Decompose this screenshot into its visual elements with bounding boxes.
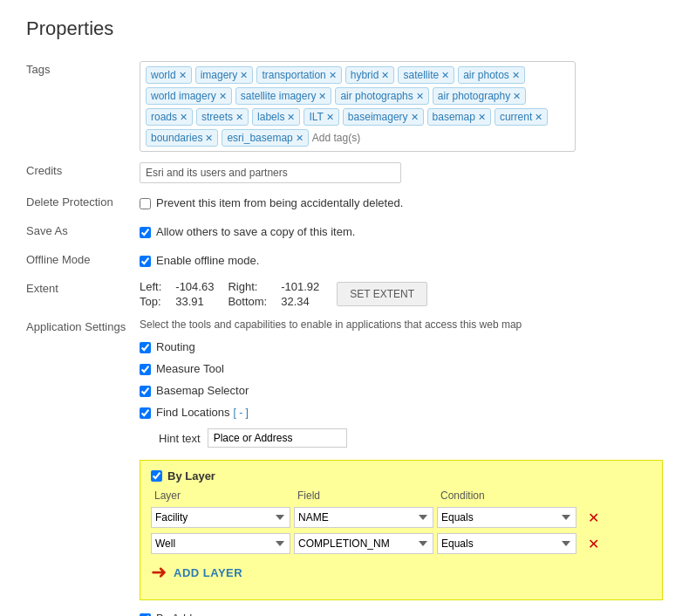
field-select-2[interactable]: COMPLETION_NM: [294, 533, 433, 554]
app-settings-label: Application Settings: [26, 313, 140, 616]
set-extent-button[interactable]: SET EXTENT: [337, 282, 427, 306]
condition-select-1[interactable]: Equals: [437, 507, 576, 528]
app-settings-description: Select the tools and capabilities to ena…: [140, 318, 576, 331]
tag-close-icon[interactable]: ✕: [287, 112, 295, 123]
hint-text-label: Hint text: [159, 432, 201, 445]
extent-values: Left: -104.63 Right: -101.92 Top: 33.91 …: [140, 280, 319, 308]
tag-item: basemap✕: [427, 108, 491, 126]
tag-item: labels✕: [252, 108, 300, 126]
bottom-label: Bottom:: [228, 295, 267, 308]
app-settings-tools: Routing Measure Tool Basemap Selector Fi…: [140, 338, 663, 616]
col-layer: Layer: [154, 489, 294, 502]
routing-checkbox[interactable]: [140, 342, 151, 353]
save-as-label: Save As: [26, 217, 140, 246]
tag-item: transportation✕: [256, 66, 341, 84]
basemap-selector-label: Basemap Selector: [156, 384, 249, 397]
tag-close-icon[interactable]: ✕: [411, 112, 419, 123]
add-layer-arrow-icon: ➜: [151, 561, 167, 584]
tag-close-icon[interactable]: ✕: [512, 70, 520, 81]
tag-item: air photography✕: [433, 87, 526, 105]
hint-text-input[interactable]: [208, 428, 347, 448]
layer-select-1[interactable]: Facility: [151, 507, 290, 528]
top-val: 33.91: [175, 295, 214, 308]
find-locations-brackets[interactable]: [ - ]: [234, 407, 249, 419]
left-label: Left:: [140, 280, 161, 293]
find-locations-label: Find Locations [ - ]: [156, 406, 249, 419]
tag-close-icon[interactable]: ✕: [240, 70, 248, 81]
measure-tool-label: Measure Tool: [156, 362, 224, 375]
tag-close-icon[interactable]: ✕: [326, 112, 334, 123]
tag-close-icon[interactable]: ✕: [478, 112, 486, 123]
add-layer-button[interactable]: ADD LAYER: [174, 566, 242, 579]
measure-tool-checkbox[interactable]: [140, 364, 151, 375]
right-val: -101.92: [281, 280, 319, 293]
routing-row: Routing: [140, 338, 663, 356]
tag-close-icon[interactable]: ✕: [381, 70, 389, 81]
remove-row-2-button[interactable]: ✕: [580, 536, 606, 552]
tag-item: world imagery✕: [146, 87, 232, 105]
tag-close-icon[interactable]: ✕: [329, 70, 337, 81]
tag-item: baseimagery✕: [343, 108, 424, 126]
basemap-selector-checkbox[interactable]: [140, 386, 151, 397]
tag-item: current✕: [495, 108, 548, 126]
by-layer-header: By Layer: [151, 469, 651, 483]
find-locations-row: Find Locations [ - ]: [140, 403, 663, 421]
save-as-row: Allow others to save a copy of this item…: [140, 222, 663, 241]
tag-item: hybrid✕: [345, 66, 395, 84]
tag-close-icon[interactable]: ✕: [416, 91, 424, 102]
credits-label: Credits: [26, 157, 140, 188]
by-address-row: By Address: [140, 609, 663, 616]
layer-row-1: Facility NAME Equals ✕: [151, 507, 651, 528]
offline-mode-label: Offline Mode: [26, 246, 140, 275]
col-field: Field: [297, 489, 437, 502]
tag-item: esri_basemap✕: [222, 129, 308, 147]
tag-close-icon[interactable]: ✕: [219, 91, 227, 102]
left-val: -104.63: [175, 280, 214, 293]
tag-item: boundaries✕: [146, 129, 218, 147]
delete-protection-checkbox[interactable]: [140, 198, 151, 209]
condition-select-2[interactable]: Equals: [437, 533, 576, 554]
add-tag-input[interactable]: [312, 129, 443, 147]
layer-row-2: Well COMPLETION_NM Equals ✕: [151, 533, 651, 554]
measure-tool-row: Measure Tool: [140, 359, 663, 378]
tag-item: air photographs✕: [335, 87, 428, 105]
page-title: Properties: [26, 17, 663, 40]
tags-container[interactable]: world✕imagery✕transportation✕hybrid✕sate…: [140, 61, 576, 152]
offline-mode-checkbox[interactable]: [140, 256, 151, 267]
tag-close-icon[interactable]: ✕: [318, 91, 326, 102]
tag-close-icon[interactable]: ✕: [441, 70, 449, 81]
tag-close-icon[interactable]: ✕: [296, 133, 304, 144]
top-label: Top:: [140, 295, 161, 308]
offline-mode-row: Enable offline mode.: [140, 251, 663, 270]
tag-item: ILT✕: [304, 108, 338, 126]
by-address-label: By Address: [156, 612, 214, 616]
tag-close-icon[interactable]: ✕: [205, 133, 213, 144]
by-layer-columns: Layer Field Condition: [151, 489, 651, 502]
tag-close-icon[interactable]: ✕: [179, 70, 187, 81]
extent-label: Extent: [26, 275, 140, 313]
remove-row-1-button[interactable]: ✕: [580, 510, 606, 526]
tag-close-icon[interactable]: ✕: [180, 112, 188, 123]
credits-input[interactable]: [140, 162, 401, 183]
hint-text-row: Hint text: [159, 428, 663, 448]
tag-close-icon[interactable]: ✕: [513, 91, 521, 102]
col-condition: Condition: [440, 489, 580, 502]
by-layer-box: By Layer Layer Field Condition Facility: [140, 460, 663, 600]
tag-close-icon[interactable]: ✕: [535, 112, 542, 123]
delete-protection-text: Prevent this item from being accidentall…: [156, 196, 403, 209]
delete-protection-label: Delete Protection: [26, 188, 140, 217]
save-as-text: Allow others to save a copy of this item…: [156, 225, 355, 238]
save-as-checkbox[interactable]: [140, 227, 151, 238]
bottom-val: 32.34: [281, 295, 319, 308]
routing-label: Routing: [156, 340, 195, 353]
tag-item: satellite✕: [398, 66, 454, 84]
by-layer-checkbox[interactable]: [151, 470, 162, 482]
layer-select-2[interactable]: Well: [151, 533, 290, 554]
tag-item: roads✕: [146, 108, 193, 126]
tag-item: world✕: [146, 66, 192, 84]
field-select-1[interactable]: NAME: [294, 507, 433, 528]
find-locations-checkbox[interactable]: [140, 407, 151, 419]
delete-protection-row: Prevent this item from being accidentall…: [140, 194, 663, 212]
offline-mode-text: Enable offline mode.: [156, 254, 259, 267]
tag-close-icon[interactable]: ✕: [235, 112, 243, 123]
